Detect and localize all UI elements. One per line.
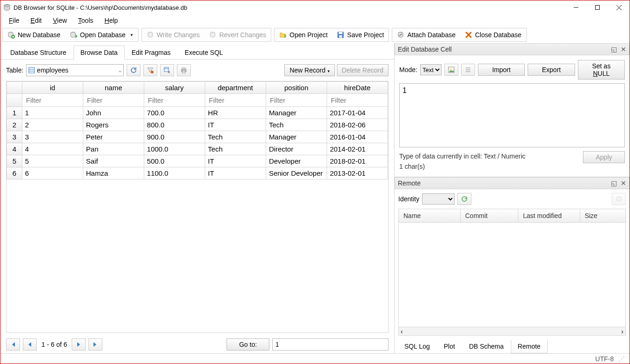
col-header-id[interactable]: id	[22, 82, 83, 94]
cell-department[interactable]: HR	[205, 107, 266, 119]
new-database-button[interactable]: New Database	[4, 29, 64, 40]
filter-hiredate[interactable]	[330, 96, 385, 105]
menu-help[interactable]: Help	[100, 16, 123, 25]
table-row[interactable]: 33Peter900.0TechManager2016-01-04	[7, 131, 388, 143]
export-button[interactable]: Export	[528, 64, 575, 76]
menu-tools[interactable]: Tools	[74, 16, 98, 25]
cell-name[interactable]: Rogers	[83, 119, 144, 131]
close-database-button[interactable]: Close Database	[461, 29, 525, 40]
bottom-tab-sql-log[interactable]: SQL Log	[397, 339, 437, 353]
cell-department[interactable]: IT	[205, 167, 266, 179]
cell-id[interactable]: 4	[22, 143, 83, 155]
cell-department[interactable]: IT	[205, 155, 266, 167]
filter-department[interactable]	[208, 96, 263, 105]
maximize-button[interactable]	[587, 0, 608, 14]
open-database-button[interactable]: Open Database ▼	[66, 29, 137, 40]
cell-department[interactable]: Tech	[205, 131, 266, 143]
cell-name[interactable]: Hamza	[83, 167, 144, 179]
cell-salary[interactable]: 800.0	[144, 119, 205, 131]
save-table-button[interactable]	[160, 64, 174, 76]
col-header-name[interactable]: name	[83, 82, 144, 94]
cell-position[interactable]: Manager	[266, 107, 327, 119]
goto-input[interactable]	[272, 338, 389, 351]
cell-hiredate[interactable]: 2017-01-04	[327, 107, 388, 119]
remote-body[interactable]	[399, 223, 625, 327]
table-row[interactable]: 66Hamza1100.0ITSenior Developer2013-02-0…	[7, 167, 388, 179]
remote-col-size[interactable]: Size	[580, 209, 625, 222]
cell-hiredate[interactable]: 2016-01-04	[327, 131, 388, 143]
attach-database-button[interactable]: Attach Database	[393, 29, 459, 40]
undock-icon[interactable]: ◱	[611, 46, 617, 53]
cell-salary[interactable]: 900.0	[144, 131, 205, 143]
table-row[interactable]: 22Rogers800.0ITTech2018-02-06	[7, 119, 388, 131]
cell-hiredate[interactable]: 2018-02-01	[327, 155, 388, 167]
write-changes-button[interactable]: Write Changes	[143, 29, 203, 40]
tab-database-structure[interactable]: Database Structure	[3, 46, 74, 60]
cell-position[interactable]: Director	[266, 143, 327, 155]
cell-position[interactable]: Manager	[266, 131, 327, 143]
cell-position[interactable]: Developer	[266, 155, 327, 167]
menu-edit[interactable]: Edit	[26, 16, 47, 25]
print-button[interactable]	[177, 64, 191, 76]
menu-view[interactable]: View	[48, 16, 72, 25]
col-header-salary[interactable]: salary	[144, 82, 205, 94]
bottom-tab-db-schema[interactable]: DB Schema	[462, 339, 511, 353]
cell-name[interactable]: Peter	[83, 131, 144, 143]
next-page-button[interactable]	[72, 338, 86, 351]
close-panel-icon[interactable]: ✕	[621, 179, 626, 187]
col-header-hiredate[interactable]: hireDate	[327, 82, 388, 94]
close-button[interactable]	[608, 0, 630, 14]
undock-icon[interactable]: ◱	[611, 179, 617, 187]
cell-department[interactable]: IT	[205, 119, 266, 131]
goto-button[interactable]: Go to:	[227, 338, 269, 351]
table-row[interactable]: 11John700.0HRManager2017-01-04	[7, 107, 388, 119]
cell-department[interactable]: Tech	[205, 143, 266, 155]
cell-position[interactable]: Tech	[266, 119, 327, 131]
data-grid[interactable]: id name salary department position hireD…	[6, 81, 389, 333]
cell-id[interactable]: 6	[22, 167, 83, 179]
tab-execute-sql[interactable]: Execute SQL	[178, 46, 230, 60]
cell-editor[interactable]: 1	[399, 83, 625, 147]
cell-id[interactable]: 1	[22, 107, 83, 119]
cell-salary[interactable]: 1100.0	[144, 167, 205, 179]
cell-name[interactable]: Saif	[83, 155, 144, 167]
table-select[interactable]: employees ⌵	[26, 64, 124, 76]
revert-changes-button[interactable]: Revert Changes	[205, 29, 270, 40]
identity-refresh-button[interactable]	[457, 193, 471, 205]
clear-filters-button[interactable]	[143, 64, 157, 76]
filter-position[interactable]	[269, 96, 324, 105]
cell-salary[interactable]: 700.0	[144, 107, 205, 119]
cell-hiredate[interactable]: 2014-02-01	[327, 143, 388, 155]
col-header-position[interactable]: position	[266, 82, 327, 94]
remote-push-button[interactable]	[612, 193, 626, 205]
open-project-button[interactable]: Open Project	[275, 29, 331, 40]
filter-salary[interactable]	[147, 96, 202, 105]
menu-file[interactable]: File	[4, 16, 24, 25]
col-header-department[interactable]: department	[205, 82, 266, 94]
cell-hiredate[interactable]: 2018-02-06	[327, 119, 388, 131]
cell-position[interactable]: Senior Developer	[266, 167, 327, 179]
save-project-button[interactable]: Save Project	[333, 29, 388, 40]
cell-name[interactable]: John	[83, 107, 144, 119]
remote-scrollbar[interactable]: ‹›	[399, 327, 625, 335]
last-page-button[interactable]	[88, 338, 102, 351]
mode-select[interactable]: Text	[420, 64, 442, 75]
cell-id[interactable]: 5	[22, 155, 83, 167]
filter-id[interactable]	[25, 96, 80, 105]
filter-name[interactable]	[86, 96, 141, 105]
cell-id[interactable]: 3	[22, 131, 83, 143]
refresh-button[interactable]	[127, 64, 141, 76]
delete-record-button[interactable]: Delete Record	[337, 64, 389, 76]
apply-button[interactable]: Apply	[583, 151, 625, 163]
cell-salary[interactable]: 1000.0	[144, 143, 205, 155]
identity-select[interactable]	[422, 193, 455, 205]
table-row[interactable]: 44Pan1000.0TechDirector2014-02-01	[7, 143, 388, 155]
close-panel-icon[interactable]: ✕	[621, 46, 626, 53]
remote-col-name[interactable]: Name	[399, 209, 461, 222]
indent-button[interactable]	[461, 64, 475, 76]
import-button[interactable]: Import	[478, 64, 525, 76]
remote-col-commit[interactable]: Commit	[461, 209, 518, 222]
bottom-tab-plot[interactable]: Plot	[437, 339, 462, 353]
first-page-button[interactable]	[6, 338, 20, 351]
set-null-button[interactable]: Set as NULL	[578, 60, 625, 79]
